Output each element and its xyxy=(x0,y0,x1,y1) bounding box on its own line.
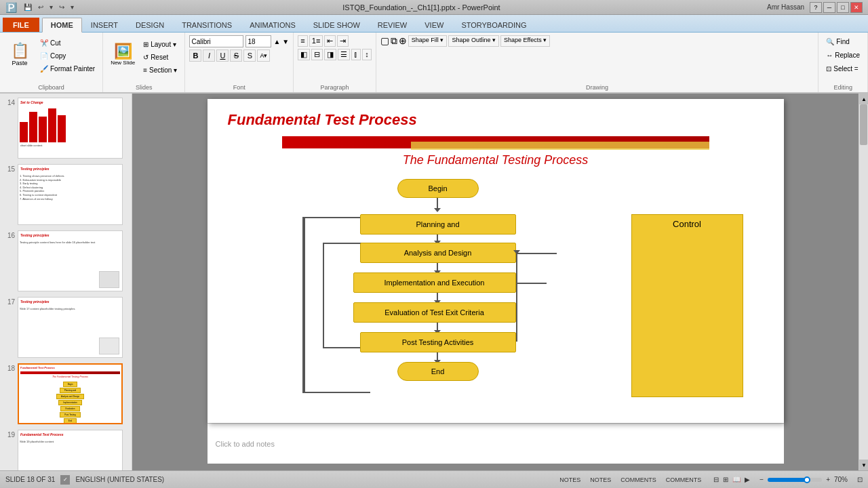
slide-info: SLIDE 18 OF 31 xyxy=(5,476,55,483)
find-button[interactable]: 🔍 Find xyxy=(823,35,852,47)
select-button[interactable]: ⊡ Select = xyxy=(823,62,861,75)
scroll-down-btn[interactable]: ▼ xyxy=(859,460,868,470)
zoom-handle[interactable] xyxy=(804,476,810,483)
replace-icon: ↔️ xyxy=(826,52,833,59)
numbering-button[interactable]: 1≡ xyxy=(309,35,323,47)
thumb-img-19: Fundamental Test Process Slide 19 placeh… xyxy=(18,430,123,470)
begin-box: Begin xyxy=(397,179,479,198)
tab-file[interactable]: FILE xyxy=(3,18,39,32)
tab-home[interactable]: HOME xyxy=(42,18,82,33)
inner-bottom-line xyxy=(323,347,363,348)
save-quick-btn[interactable]: 💾 xyxy=(22,3,34,12)
columns-btn[interactable]: ⫿ xyxy=(351,49,361,60)
paste-button[interactable]: 📋 Paste xyxy=(4,35,35,75)
tab-insert[interactable]: INSERT xyxy=(82,18,127,32)
underline-button[interactable]: U xyxy=(216,49,229,62)
notes-btn[interactable]: NOTES xyxy=(557,476,583,484)
undo-dropdown-btn[interactable]: ▾ xyxy=(47,3,55,12)
view-reading-btn[interactable]: 📖 xyxy=(732,476,741,483)
shadow-button[interactable]: S xyxy=(243,49,256,62)
copy-button[interactable]: 📄 Copy xyxy=(37,49,98,62)
quick-access-toolbar: 🅿️ 💾 ↩ ▾ ↪ ▾ xyxy=(5,2,76,13)
reset-icon: ↺ xyxy=(143,54,149,61)
align-right-btn[interactable]: ◨ xyxy=(324,49,336,60)
shape-fill-btn[interactable]: Shape Fill ▾ xyxy=(408,35,448,47)
vertical-scrollbar[interactable]: ▲ ▼ xyxy=(859,94,868,470)
arrowhead-back-analysis xyxy=(513,250,520,254)
line-spacing-btn[interactable]: ↕ xyxy=(362,49,372,60)
scroll-thumb[interactable] xyxy=(860,104,867,145)
zoom-out-btn[interactable]: − xyxy=(760,476,764,483)
align-center-btn[interactable]: ⊟ xyxy=(311,49,323,60)
bold-button[interactable]: B xyxy=(189,49,201,62)
format-painter-button[interactable]: 🖌️ Format Painter xyxy=(37,62,98,75)
comments-btn[interactable]: COMMENTS xyxy=(618,476,659,484)
comments-label[interactable]: COMMENTS xyxy=(663,476,705,484)
more-quick-btn[interactable]: ▾ xyxy=(68,3,76,12)
italic-button[interactable]: I xyxy=(203,49,215,62)
strikethrough-button[interactable]: S xyxy=(230,49,242,62)
tab-transitions[interactable]: TRANSITIONS xyxy=(173,18,241,32)
view-slideshow-btn[interactable]: ▶ xyxy=(745,476,750,483)
align-left-btn[interactable]: ◧ xyxy=(298,49,310,60)
tab-review[interactable]: REVIEW xyxy=(369,18,416,32)
thumb-17[interactable]: 17 Testing principles Slide 17 content p… xyxy=(3,296,129,359)
thumb-16[interactable]: 16 Testing principles Testing principle … xyxy=(3,229,129,293)
justify-btn[interactable]: ☰ xyxy=(338,49,350,60)
title-bar: 🅿️ 💾 ↩ ▾ ↪ ▾ ISTQB_Foundation_-_Ch1[1].p… xyxy=(0,0,868,15)
shape-arrange-btn[interactable]: ⧉ xyxy=(391,35,397,47)
notes-label[interactable]: NOTES xyxy=(587,476,614,484)
zoom-slider[interactable] xyxy=(768,478,822,482)
tab-storyboarding[interactable]: STORYBOARDING xyxy=(452,18,535,32)
ribbon-tabs: FILE HOME INSERT DESIGN TRANSITIONS ANIM… xyxy=(0,15,868,33)
font-name-input[interactable] xyxy=(189,35,243,47)
status-left: SLIDE 18 OF 31 ✓ ENGLISH (UNITED STATES) xyxy=(5,475,164,485)
quick-styles-btn[interactable]: ⊕ xyxy=(399,35,407,47)
font-group: ▲ ▼ B I U S S A▾ Font xyxy=(185,33,294,92)
thumb-18[interactable]: 18 Fundamental Test Process The Fundamen… xyxy=(3,362,129,426)
font-size-up-btn[interactable]: ▲ xyxy=(273,38,280,45)
fit-btn[interactable]: ⊡ xyxy=(857,476,863,483)
font-size-down-btn[interactable]: ▼ xyxy=(282,38,289,45)
minimize-btn[interactable]: ─ xyxy=(823,2,835,13)
undo-quick-btn[interactable]: ↩ xyxy=(36,3,45,12)
tab-view[interactable]: VIEW xyxy=(416,18,452,32)
layout-button[interactable]: ⊞ Layout ▾ xyxy=(140,38,180,50)
drawing-label: Drawing xyxy=(380,83,814,91)
font-color-button[interactable]: A▾ xyxy=(257,49,270,62)
slide-canvas[interactable]: Fundamental Test Process The Fundamental… xyxy=(208,99,784,423)
indent-decrease-btn[interactable]: ⇤ xyxy=(324,35,336,47)
replace-button[interactable]: ↔️ Replace xyxy=(823,49,863,61)
view-normal-btn[interactable]: ⊟ xyxy=(713,476,719,483)
editing-label: Editing xyxy=(823,83,863,91)
redo-quick-btn[interactable]: ↪ xyxy=(57,3,66,12)
thumb-img-14: Set to Change chart slide content xyxy=(18,98,123,159)
reset-button[interactable]: ↺ Reset xyxy=(140,51,180,63)
indent-increase-btn[interactable]: ⇥ xyxy=(337,35,349,47)
font-size-input[interactable] xyxy=(245,35,271,47)
inner-left-line xyxy=(323,243,324,348)
close-btn[interactable]: ✕ xyxy=(850,2,863,13)
shape-effects-btn[interactable]: Shape Effects ▾ xyxy=(500,35,550,47)
view-slide-sorter-btn[interactable]: ⊞ xyxy=(723,476,728,483)
scroll-up-btn[interactable]: ▲ xyxy=(859,94,868,104)
thumb-15[interactable]: 15 Testing principles 1. Testing shows p… xyxy=(3,163,129,226)
cut-button[interactable]: ✂️ Cut xyxy=(37,37,98,49)
tab-design[interactable]: DESIGN xyxy=(127,18,173,32)
zoom-in-btn[interactable]: + xyxy=(826,476,830,483)
shape-outline-btn[interactable]: Shape Outline ▾ xyxy=(448,35,499,47)
restore-btn[interactable]: □ xyxy=(837,2,849,13)
new-slide-button[interactable]: 🖼️ New Slide xyxy=(107,35,138,75)
spell-check-icon[interactable]: ✓ xyxy=(60,475,70,485)
tab-animations[interactable]: ANIMATIONS xyxy=(241,18,304,32)
help-btn[interactable]: ? xyxy=(810,2,822,13)
shape-select-btn[interactable]: ▢ xyxy=(380,35,389,47)
thumb-14[interactable]: 14 Set to Change chart slide content xyxy=(3,96,129,160)
status-bar: SLIDE 18 OF 31 ✓ ENGLISH (UNITED STATES)… xyxy=(0,470,868,488)
notes-area[interactable]: Click to add notes xyxy=(208,423,784,464)
tab-slideshow[interactable]: SLIDE SHOW xyxy=(304,18,369,32)
slide-thumbnails[interactable]: 14 Set to Change chart slide content 15 … xyxy=(0,94,132,470)
section-button[interactable]: ≡ Section ▾ xyxy=(140,64,180,76)
bullets-button[interactable]: ≡ xyxy=(298,35,307,47)
thumb-19[interactable]: 19 Fundamental Test Process Slide 19 pla… xyxy=(3,428,129,470)
